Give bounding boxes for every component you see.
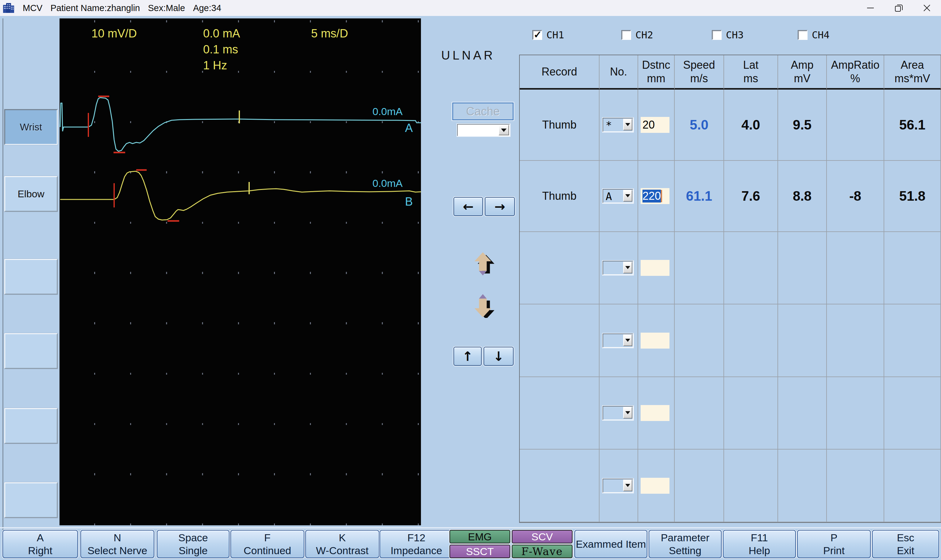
vertical-scale-label: 10 mV/D <box>91 27 137 40</box>
patient-name: Patient Name:zhanglin <box>50 3 140 13</box>
cell-amp <box>778 232 827 305</box>
cell-no <box>600 305 638 377</box>
channel-ch1[interactable]: CH1 <box>532 29 564 40</box>
ch3-checkbox[interactable] <box>712 30 722 40</box>
cache-button-label: Cache <box>466 105 500 118</box>
app-title: MCV <box>23 3 42 13</box>
cell-amp: 9.5 <box>778 89 827 161</box>
no-combobox[interactable] <box>603 479 633 493</box>
dstnc-input[interactable] <box>641 332 669 349</box>
patient-sex: Sex:Male <box>148 3 185 13</box>
no-combobox[interactable]: * <box>603 118 633 132</box>
main-area: Wrist Elbow <box>0 16 941 560</box>
cell-speed <box>675 449 724 522</box>
cell-amp: 8.8 <box>778 161 827 232</box>
gain-up-arrow-icon[interactable] <box>474 252 496 278</box>
ch2-label: CH2 <box>635 29 653 41</box>
ch4-checkbox[interactable] <box>798 30 807 40</box>
trace-b-letter: B <box>405 195 413 208</box>
dstnc-input[interactable]: 20 <box>641 117 669 133</box>
dstnc-input[interactable]: 220 <box>641 188 669 204</box>
minimize-button[interactable] <box>856 0 884 16</box>
no-combobox[interactable]: A <box>603 189 633 203</box>
site-label: Elbow <box>17 188 44 200</box>
cell-lat <box>724 305 778 377</box>
col-header-speed: Speedm/s <box>675 55 724 89</box>
dstnc-input[interactable] <box>641 478 669 494</box>
chevron-down-icon <box>501 129 507 132</box>
channel-ch3[interactable]: CH3 <box>712 29 744 40</box>
ch2-checkbox[interactable] <box>621 30 631 40</box>
footer-button-print[interactable]: PPrint <box>797 530 871 558</box>
window-controls <box>856 0 941 16</box>
col-header-dstnc: Dstncmm <box>638 55 675 89</box>
combo-arrow-button[interactable] <box>623 190 632 202</box>
footer-button-single[interactable]: SpaceSingle <box>157 530 229 558</box>
gain-down-arrow-icon[interactable] <box>474 291 496 318</box>
trace-up-button[interactable]: ↑ <box>454 347 482 366</box>
waveform-plot <box>60 18 421 525</box>
cell-lat <box>724 449 778 522</box>
restore-button[interactable] <box>884 0 913 16</box>
cache-button[interactable]: Cache <box>452 103 514 120</box>
dstnc-input[interactable] <box>641 405 669 421</box>
cell-no <box>600 449 638 522</box>
footer-button-impedance[interactable]: F12Impedance <box>380 530 453 558</box>
cell-dstnc <box>638 449 675 522</box>
chevron-down-icon <box>625 123 630 126</box>
combo-arrow-button[interactable] <box>623 407 632 418</box>
footer-button-help[interactable]: F11Help <box>723 530 796 558</box>
no-combobox[interactable] <box>603 334 633 348</box>
chevron-down-icon <box>625 266 630 269</box>
site-button-empty-2[interactable] <box>4 333 58 369</box>
footer-button-w-contrast[interactable]: KW-Contrast <box>305 530 379 558</box>
combo-arrow-button[interactable] <box>623 480 632 491</box>
site-button-empty-3[interactable] <box>4 408 58 444</box>
mode-button-ssct[interactable]: SSCT <box>449 545 510 558</box>
no-combobox[interactable] <box>603 406 633 420</box>
arrow-right-icon: → <box>494 199 505 214</box>
combo-arrow-button[interactable] <box>623 262 632 274</box>
close-button[interactable] <box>913 0 941 16</box>
site-button-empty-4[interactable] <box>4 482 58 518</box>
cell-dstnc <box>638 377 675 449</box>
site-button-elbow[interactable]: Elbow <box>4 176 58 212</box>
cell-ampratio <box>827 377 884 449</box>
cursor-right-button[interactable]: → <box>485 197 515 216</box>
channel-ch4[interactable]: CH4 <box>798 29 830 40</box>
dropdown-arrow-button[interactable] <box>498 125 509 135</box>
mode-button-f-wave[interactable]: F-Wave <box>512 545 572 558</box>
stim-rate-label: 1 Hz <box>203 59 227 72</box>
recall-dropdown[interactable] <box>457 124 510 136</box>
footer-button-exit[interactable]: EscExit <box>872 530 939 558</box>
footer-button-parameter-setting[interactable]: ParameterSetting <box>649 530 722 558</box>
site-button-wrist[interactable]: Wrist <box>4 109 58 145</box>
cell-area <box>884 305 941 377</box>
chevron-down-icon <box>625 411 630 414</box>
footer-button-select-nerve[interactable]: NSelect Nerve <box>80 530 154 558</box>
cell-lat: 7.6 <box>724 161 778 232</box>
footer-button-continued[interactable]: FContinued <box>231 530 304 558</box>
site-button-empty-1[interactable] <box>4 259 58 295</box>
footer-button-right[interactable]: ARight <box>3 530 78 558</box>
close-icon <box>922 3 932 12</box>
col-header-ampratio: AmpRatio% <box>827 55 884 89</box>
restore-icon <box>894 3 903 12</box>
footer-button-exammed-item[interactable]: Exammed Item <box>574 530 647 558</box>
dstnc-input[interactable] <box>641 260 669 276</box>
channel-ch2[interactable]: CH2 <box>621 29 653 40</box>
no-combobox[interactable] <box>603 261 633 275</box>
cell-no <box>600 377 638 449</box>
trace-down-button[interactable]: ↓ <box>484 347 514 366</box>
cell-speed <box>675 377 724 449</box>
cursor-left-button[interactable]: ← <box>454 197 483 216</box>
ch1-checkbox[interactable] <box>532 30 542 40</box>
mode-button-emg[interactable]: EMG <box>449 530 510 543</box>
nerve-name-label: ULNAR <box>441 48 495 62</box>
cell-record: Thumb <box>520 161 600 232</box>
mode-button-scv[interactable]: SCV <box>512 530 572 543</box>
combo-arrow-button[interactable] <box>623 119 632 131</box>
cell-speed: 5.0 <box>675 89 724 161</box>
combo-arrow-button[interactable] <box>623 334 632 346</box>
cell-area <box>884 232 941 305</box>
